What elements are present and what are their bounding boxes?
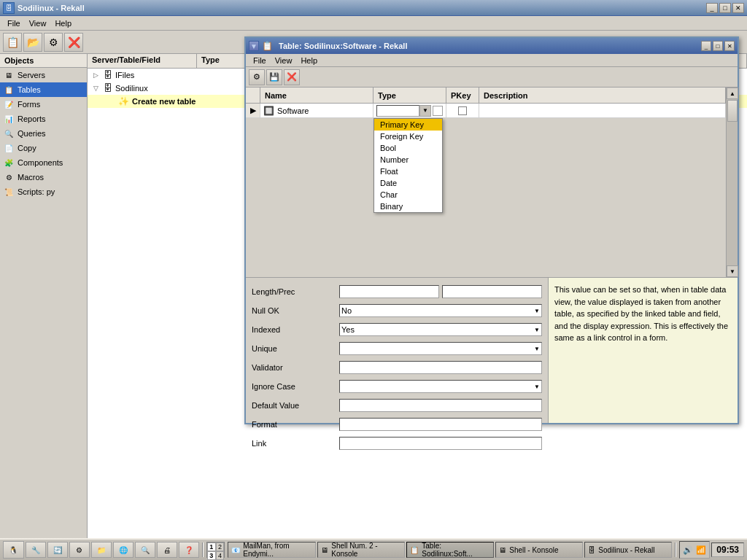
- servers-label: Servers: [18, 71, 45, 79]
- prop-length-input2[interactable]: [442, 285, 542, 298]
- inner-close-button[interactable]: ✕: [724, 41, 735, 51]
- type-dropdown-arrow[interactable]: ▼: [419, 105, 431, 117]
- row-name-cell[interactable]: 🔲 Software: [260, 104, 374, 117]
- grid-scrollbar[interactable]: ▲ ▼: [726, 88, 738, 277]
- scroll-down-arrow[interactable]: ▼: [727, 265, 738, 277]
- sidebar-item-copy[interactable]: 📄 Copy: [0, 141, 87, 155]
- task-num-2[interactable]: 2: [216, 542, 225, 551]
- inner-menu-help[interactable]: Help: [296, 55, 322, 66]
- prop-link: Link: [252, 435, 542, 451]
- start-button[interactable]: 🐧: [3, 541, 24, 559]
- prop-length-input[interactable]: [339, 285, 439, 298]
- dropdown-item-number[interactable]: Number: [374, 154, 442, 166]
- sidebar-item-components[interactable]: 🧩 Components: [0, 155, 87, 170]
- pkey-checkbox[interactable]: [458, 106, 467, 115]
- prop-null-select[interactable]: No ▼: [339, 304, 542, 317]
- taskbar-sep-1: [202, 542, 204, 557]
- inner-collapse-button[interactable]: ▼: [249, 41, 259, 51]
- taskbar-btn-4[interactable]: 📁: [91, 542, 112, 558]
- task-num-3[interactable]: 3: [207, 551, 216, 560]
- dropdown-item-primary-key[interactable]: Primary Key: [374, 119, 442, 131]
- row-pkey-cell[interactable]: [446, 104, 479, 117]
- mailman-label: MailMan, from Endymi...: [243, 542, 312, 558]
- sidebar-item-queries[interactable]: 🔍 Queries: [0, 126, 87, 141]
- toolbar-settings-button[interactable]: ⚙: [44, 33, 63, 52]
- toolbar-close-button[interactable]: ❌: [64, 33, 83, 52]
- row-desc-cell[interactable]: [479, 104, 726, 117]
- sidebar-item-forms[interactable]: 📝 Forms: [0, 97, 87, 112]
- minimize-button[interactable]: _: [706, 3, 718, 13]
- grid-header-pkey: PKey: [446, 88, 479, 103]
- prop-format-input[interactable]: [339, 418, 542, 431]
- prop-ignore-case-arrow[interactable]: ▼: [534, 384, 540, 390]
- prop-validator-input[interactable]: [339, 361, 542, 374]
- menu-view[interactable]: View: [25, 18, 51, 29]
- prop-unique-select[interactable]: ▼: [339, 342, 542, 355]
- dropdown-item-bool[interactable]: Bool: [374, 142, 442, 154]
- taskbar-btn-2[interactable]: 🔄: [47, 542, 68, 558]
- dropdown-item-date[interactable]: Date: [374, 177, 442, 189]
- sidebar-item-macros[interactable]: ⚙ Macros: [0, 170, 87, 184]
- menu-help[interactable]: Help: [50, 18, 76, 29]
- inner-restore-button[interactable]: □: [713, 41, 723, 51]
- prop-indexed-select[interactable]: Yes ▼: [339, 323, 542, 336]
- taskbar-sep-2: [675, 542, 676, 557]
- taskbar-window-shell2[interactable]: 🖥 Shell Num. 2 - Konsole: [317, 542, 405, 558]
- task-num-1[interactable]: 1: [207, 542, 216, 551]
- prop-default-input[interactable]: [339, 399, 542, 412]
- inner-tool-settings[interactable]: ⚙: [249, 69, 265, 85]
- expand-sodilinux-icon[interactable]: ▽: [93, 85, 102, 92]
- taskbar-window-rekall[interactable]: 🗄 Sodilinux - Rekall: [584, 542, 672, 558]
- tables-icon: 📋: [3, 84, 15, 96]
- prop-indexed-arrow[interactable]: ▼: [534, 327, 540, 333]
- taskbar-btn-3[interactable]: ⚙: [69, 542, 90, 558]
- table-row[interactable]: ▶ 🔲 Software ▼: [246, 104, 726, 118]
- prop-unique-arrow[interactable]: ▼: [534, 346, 540, 352]
- taskbar-window-shell[interactable]: 🖥 Shell - Konsole: [495, 542, 583, 558]
- taskbar-btn-5[interactable]: 🌐: [113, 542, 133, 558]
- taskbar-btn-6[interactable]: 🔍: [135, 542, 155, 558]
- prop-ignore-case-select[interactable]: ▼: [339, 380, 542, 393]
- dropdown-item-foreign-key[interactable]: Foreign Key: [374, 131, 442, 142]
- prop-length-label: Length/Prec: [252, 287, 339, 296]
- prop-null-arrow[interactable]: ▼: [534, 308, 540, 314]
- prop-indexed-value: Yes: [341, 325, 355, 334]
- prop-link-input[interactable]: [339, 437, 542, 450]
- taskbar-clock: 09:53: [711, 542, 744, 557]
- taskbar-btn-7[interactable]: 🖨: [157, 542, 177, 558]
- taskbar-window-table[interactable]: 📋 Table: Sodilinux:Soft...: [406, 542, 494, 558]
- close-button[interactable]: ✕: [732, 3, 744, 13]
- inner-tool-save[interactable]: 💾: [266, 69, 282, 85]
- scripts-label: Scripts: py: [18, 187, 55, 196]
- row-type-cell[interactable]: ▼ Primary Key Foreign Key Bool Number Fl…: [374, 104, 446, 117]
- taskbar-btn-8[interactable]: ❓: [179, 542, 199, 558]
- sidebar-item-scripts[interactable]: 📜 Scripts: py: [0, 184, 87, 199]
- forms-label: Forms: [18, 100, 40, 109]
- menu-file[interactable]: File: [3, 18, 25, 29]
- toolbar-open-button[interactable]: 📂: [23, 33, 42, 52]
- inner-minimize-button[interactable]: _: [701, 41, 711, 51]
- toolbar-new-button[interactable]: 📋: [3, 33, 22, 52]
- type-checkbox[interactable]: [433, 106, 443, 116]
- taskbar-window-mailman[interactable]: 📧 MailMan, from Endymi...: [228, 542, 316, 558]
- task-num-4[interactable]: 4: [216, 551, 225, 560]
- inner-title-buttons: _ □ ✕: [701, 41, 735, 51]
- inner-menu-view[interactable]: View: [271, 55, 297, 66]
- dropdown-item-char[interactable]: Char: [374, 189, 442, 201]
- inner-menu-file[interactable]: File: [249, 55, 271, 66]
- dropdown-item-binary[interactable]: Binary: [374, 201, 442, 212]
- maximize-button[interactable]: □: [719, 3, 731, 13]
- sidebar-item-servers[interactable]: 🖥 Servers: [0, 68, 87, 82]
- sidebar-item-tables[interactable]: 📋 Tables: [0, 82, 87, 97]
- sidebar-item-reports[interactable]: 📊 Reports: [0, 112, 87, 126]
- taskbar-btn-1[interactable]: 🔧: [26, 542, 46, 558]
- dropdown-item-float[interactable]: Float: [374, 166, 442, 177]
- scroll-thumb[interactable]: [727, 100, 738, 122]
- expand-ifiles-icon[interactable]: ▷: [93, 71, 102, 79]
- inner-tool-close[interactable]: ❌: [284, 69, 300, 85]
- servers-icon: 🖥: [3, 69, 15, 81]
- type-input[interactable]: [376, 105, 419, 117]
- scroll-track[interactable]: [727, 99, 738, 265]
- scroll-up-arrow[interactable]: ▲: [727, 88, 738, 99]
- components-label: Components: [18, 158, 63, 167]
